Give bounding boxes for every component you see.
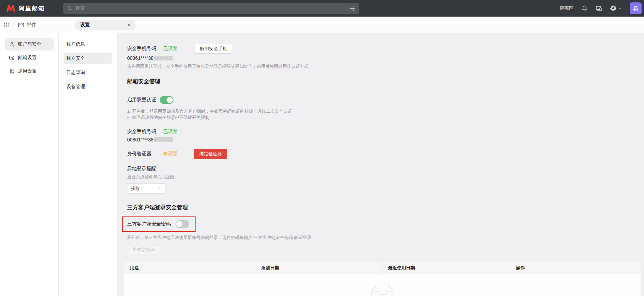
two-factor-notes: 1. 开启后，登录网页邮箱及官方客户端时，在账号密码验证的基础上进行二次安全认证…	[127, 109, 637, 121]
third-party-note: 开启后，第三方客户端无法使用原账号密码登录，请在密码框输入“三方客户端安全密码”…	[127, 235, 637, 241]
col-header-actions: 操作	[510, 262, 641, 274]
tab-settings[interactable]: 设置 ×	[75, 20, 135, 30]
phone2-status: 已设置	[163, 129, 178, 135]
col-header-last-used: 最近使用日期	[382, 262, 510, 274]
phone2-number: 00861****38	[127, 137, 637, 143]
two-factor-note-1: 1. 开启后，登录网页邮箱及官方客户端时，在账号密码验证的基础上进行二次安全认证	[127, 109, 637, 115]
mail-settings-icon	[9, 55, 15, 61]
brand-title: 阿里邮箱	[19, 4, 45, 12]
third-party-heading: 三方客户端登录安全管理	[127, 204, 637, 211]
blurred-digits	[154, 137, 173, 142]
remote-login-label: 异地登录提醒	[127, 166, 637, 172]
mailbox-security-heading: 邮箱安全管理	[127, 78, 637, 85]
two-factor-toggle[interactable]	[160, 96, 173, 104]
third-party-password-toggle[interactable]	[176, 220, 189, 228]
mail-icon	[18, 22, 24, 28]
chevron-down-icon	[158, 187, 162, 190]
tabbar: 邮件 设置 ×	[0, 17, 644, 33]
bell-icon[interactable]	[581, 5, 588, 11]
authenticator-label: 身份验证器	[127, 151, 163, 157]
authenticator-row: 身份验证器 未设置 绑定验证器	[127, 149, 637, 159]
sidebar-primary: 账户与安全 邮箱设置 通用设置	[0, 33, 59, 296]
toggle-knob	[167, 97, 173, 103]
secure-phone-row: 安全手机号码 已设置 解绑安全手机	[127, 44, 637, 54]
topbar: 阿里邮箱 搜索 隔离区	[0, 0, 644, 17]
tab-settings-label: 设置	[80, 22, 90, 28]
main-layout: 账户与安全 邮箱设置 通用设置	[0, 33, 644, 296]
secure-phone-status: 已设置	[163, 46, 178, 52]
phone2-row: 安全手机号码 已设置	[127, 128, 637, 135]
avatar[interactable]: 杨	[630, 2, 642, 14]
third-party-password-label: 三方客户端安全密码	[127, 221, 171, 227]
user-icon	[9, 41, 15, 47]
unbind-phone-button[interactable]: 解绑安全手机	[194, 44, 233, 54]
remote-login-value: 接收	[131, 185, 140, 192]
remote-login-note: 通过系统邮件等方式提醒	[127, 174, 637, 180]
subnav-item-label: 账户安全	[66, 55, 85, 62]
logo-m-icon	[6, 4, 16, 12]
sidebar-item-label: 邮箱设置	[18, 55, 37, 61]
settings-content: 安全手机号码 已设置 解绑安全手机 00861****38 未启用双重认证时，安…	[117, 33, 644, 296]
mail-entry-label: 邮件	[27, 22, 36, 28]
chevron-down-icon	[618, 7, 622, 10]
sidebar-item-account-security[interactable]: 账户与安全	[5, 38, 54, 50]
col-header-purpose: 用途	[124, 262, 256, 274]
sidebar-secondary: 账户信息 账户安全 日志查询 设备管理	[59, 33, 117, 296]
topbar-actions: 隔离区 杨	[560, 0, 644, 17]
authenticator-status: 未设置	[163, 151, 178, 157]
search-placeholder: 搜索	[76, 5, 85, 11]
divider	[13, 22, 14, 28]
subnav-item-label: 账户信息	[66, 41, 85, 47]
search-input[interactable]: 搜索	[63, 3, 359, 14]
password-table: 用途 添加日期 最近使用日期 操作	[124, 262, 641, 296]
search-icon	[67, 6, 73, 11]
sidebar-item-label: 账户与安全	[18, 41, 41, 47]
remote-login-select[interactable]: 接收	[127, 183, 166, 194]
subnav-item-device-management[interactable]: 设备管理	[64, 81, 112, 93]
sidebar-item-general-settings[interactable]: 通用设置	[5, 65, 54, 77]
bind-authenticator-button[interactable]: 绑定验证器	[194, 149, 227, 159]
tune-icon[interactable]	[349, 6, 355, 11]
password-table-header: 用途 添加日期 最近使用日期 操作	[124, 262, 641, 274]
phone2-label: 安全手机号码	[127, 129, 163, 135]
close-icon[interactable]: ×	[127, 22, 131, 28]
mail-entry[interactable]: 邮件	[18, 22, 36, 28]
empty-tray-icon	[370, 284, 395, 296]
subnav-item-label: 日志查询	[66, 70, 85, 76]
sidebar-item-label: 通用设置	[18, 68, 37, 74]
gear-icon[interactable]	[610, 5, 616, 11]
col-header-added-date: 添加日期	[256, 262, 382, 274]
blurred-digits	[154, 56, 173, 61]
subnav-item-label: 设备管理	[66, 84, 85, 90]
two-factor-note-2: 2. 管理员设置的安全登录IP不受此开关限制	[127, 115, 637, 121]
secure-phone-number: 00861****38	[127, 55, 637, 61]
devices-icon[interactable]	[596, 5, 602, 11]
subnav-item-account-safety[interactable]: 账户安全	[64, 53, 112, 64]
subnav-item-account-info[interactable]: 账户信息	[64, 38, 112, 50]
sidebar-item-mail-settings[interactable]: 邮箱设置	[5, 52, 54, 64]
secure-phone-note: 未启用双重认证时，安全手机仅用于接收异地登录提醒等通知短信；启用后将同时用作认证…	[127, 64, 637, 70]
toggle-knob	[176, 221, 182, 227]
secure-phone-label: 安全手机号码	[127, 46, 163, 52]
subnav-item-log-query[interactable]: 日志查询	[64, 67, 112, 78]
third-party-highlight-box: 三方客户端安全密码	[122, 216, 196, 232]
app-grid-icon[interactable]	[3, 22, 9, 28]
sliders-icon	[9, 68, 15, 74]
generate-password-button[interactable]: 生成新密码	[127, 245, 160, 254]
settings-menu[interactable]	[610, 5, 622, 11]
two-factor-row: 启用双重认证	[127, 96, 637, 104]
password-table-empty-body	[124, 274, 641, 296]
brand: 阿里邮箱	[6, 4, 45, 12]
quarantine-link[interactable]: 隔离区	[560, 5, 574, 11]
two-factor-label: 启用双重认证	[127, 97, 156, 103]
